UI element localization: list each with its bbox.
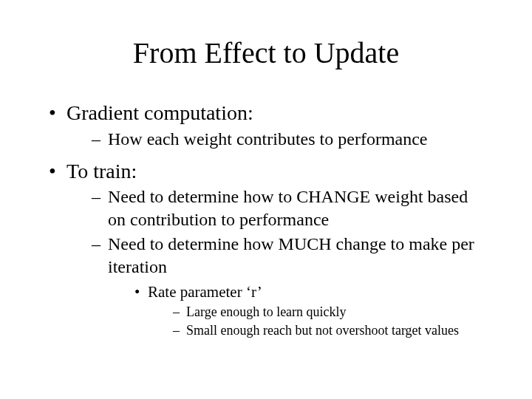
slide: From Effect to Update Gradient computati… <box>0 0 532 399</box>
bullet-text: To train: <box>66 160 137 183</box>
list-item: Rate parameter ‘r’ Large enough to learn… <box>130 282 488 339</box>
bullet-list: How each weight contributes to performan… <box>66 128 488 151</box>
list-item: Need to determine how MUCH change to mak… <box>89 233 488 339</box>
bullet-list: Need to determine how to CHANGE weight b… <box>66 185 488 339</box>
list-item: Large enough to learn quickly <box>170 304 488 321</box>
bullet-text: Need to determine how to CHANGE weight b… <box>108 187 468 229</box>
list-item: Need to determine how to CHANGE weight b… <box>89 185 488 231</box>
bullet-text: Rate parameter ‘r’ <box>148 283 262 301</box>
bullet-text: Large enough to learn quickly <box>186 304 347 319</box>
list-item: Small enough reach but not overshoot tar… <box>170 322 488 339</box>
slide-content: Gradient computation: How each weight co… <box>0 78 532 339</box>
bullet-list: Rate parameter ‘r’ Large enough to learn… <box>108 282 488 339</box>
list-item: Gradient computation: How each weight co… <box>44 100 488 151</box>
bullet-text: Small enough reach but not overshoot tar… <box>186 323 459 338</box>
list-item: To train: Need to determine how to CHANG… <box>44 158 488 340</box>
list-item: How each weight contributes to performan… <box>89 128 488 151</box>
slide-title: From Effect to Update <box>0 0 532 78</box>
bullet-text: Gradient computation: <box>66 101 253 124</box>
bullet-list: Large enough to learn quickly Small enou… <box>148 304 488 339</box>
bullet-text: Need to determine how MUCH change to mak… <box>108 234 474 276</box>
bullet-text: How each weight contributes to performan… <box>108 129 428 149</box>
bullet-list: Gradient computation: How each weight co… <box>44 100 488 339</box>
